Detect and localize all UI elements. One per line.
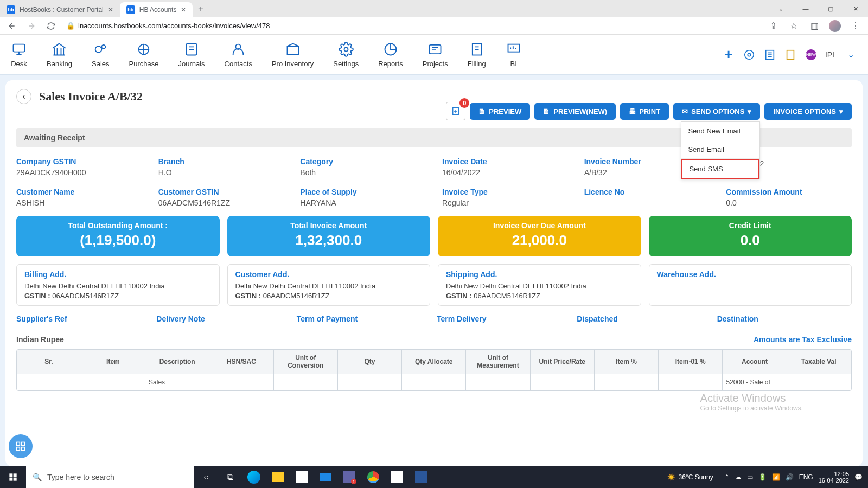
word-icon[interactable] (409, 466, 433, 488)
address-bar: 🔒 inaccounts.hostbooks.com/accounts-book… (0, 17, 868, 35)
new-badge-icon[interactable]: NEW (805, 48, 818, 61)
paint-icon[interactable] (385, 466, 409, 488)
close-icon[interactable]: ✕ (108, 6, 113, 14)
edge-icon[interactable] (242, 466, 266, 488)
sidepanel-icon[interactable]: ▥ (806, 18, 822, 34)
notifications-icon[interactable]: 💬 (854, 473, 863, 481)
url-display[interactable]: 🔒 inaccounts.hostbooks.com/accounts-book… (63, 22, 761, 30)
cortana-icon[interactable]: ○ (194, 466, 218, 488)
menu-icon[interactable]: ⋮ (847, 18, 864, 34)
browser-tab[interactable]: hb HostBooks : Customer Portal ✕ (0, 2, 120, 17)
battery-icon[interactable]: 🔋 (758, 473, 767, 481)
minimize-button[interactable]: — (793, 0, 818, 17)
misc-label: Delivery Note (156, 314, 291, 323)
nav-purchase[interactable]: Purchase (129, 41, 159, 68)
volume-icon[interactable]: 🔊 (786, 473, 794, 481)
address-heading[interactable]: Billing Add. (24, 270, 212, 279)
chevron-down-icon[interactable]: ⌄ (844, 48, 857, 61)
maximize-button[interactable]: ▢ (818, 0, 843, 17)
onedrive-icon[interactable]: ☁ (735, 473, 742, 481)
svg-point-11 (748, 53, 751, 56)
table-header: Qty (337, 350, 401, 374)
explorer-icon[interactable] (266, 466, 290, 488)
nav-reports[interactable]: Reports (378, 41, 403, 68)
table-cell (787, 374, 851, 391)
misc-label: Term of Payment (297, 314, 431, 323)
print-button[interactable]: 🖶 PRINT (620, 103, 669, 120)
svg-rect-17 (22, 442, 25, 446)
nav-desk[interactable]: Desk (11, 41, 27, 68)
close-window-button[interactable]: ✕ (843, 0, 868, 17)
info-cell: CategoryBoth (300, 157, 426, 177)
nav-settings[interactable]: Settings (333, 41, 359, 68)
forward-button[interactable] (24, 18, 39, 34)
gear-icon[interactable] (743, 48, 756, 61)
info-value: HARYANA (300, 198, 426, 207)
taskview-icon[interactable]: ⧉ (218, 466, 242, 488)
teams-icon[interactable]: 1 (337, 466, 361, 488)
search-placeholder: Type here to search (47, 473, 114, 481)
back-circle-button[interactable]: ‹ (16, 89, 31, 104)
back-button[interactable] (4, 18, 20, 34)
nav-proinventory[interactable]: Pro Inventory (272, 41, 314, 68)
meet-icon[interactable]: ▭ (747, 473, 753, 481)
attachment-button[interactable]: 0 (446, 102, 465, 120)
info-value: 29AADCK7940H000 (16, 168, 142, 177)
preview-button[interactable]: 🗎 PREVIEW (470, 103, 530, 120)
clock[interactable]: 12:05 16-04-2022 (819, 471, 849, 484)
tab-title: HB Accounts (139, 6, 177, 14)
nav-projects[interactable]: Projects (423, 41, 448, 68)
new-tab-button[interactable]: ＋ (193, 3, 209, 15)
reload-button[interactable] (43, 18, 59, 34)
nav-banking[interactable]: Banking (47, 41, 72, 68)
notes-icon[interactable] (784, 48, 797, 61)
weather-widget[interactable]: ☀️ 36°C Sunny (667, 473, 713, 481)
invoice-options-button[interactable]: INVOICE OPTIONS ▾ (764, 103, 852, 120)
svg-point-2 (102, 45, 106, 49)
wifi-icon[interactable]: 📶 (772, 473, 780, 481)
address-gstin: GSTIN : 06AADCM5146R1ZZ (446, 292, 633, 300)
browser-tab[interactable]: hb HB Accounts ✕ (120, 2, 193, 17)
summary-value: 0.0 (654, 232, 847, 249)
store-icon[interactable] (290, 466, 314, 488)
chrome-icon[interactable] (361, 466, 385, 488)
nav-sales[interactable]: Sales (92, 41, 110, 68)
svg-rect-10 (508, 44, 519, 52)
table-header: Taxable Val (787, 350, 851, 374)
nav-journals[interactable]: Journals (178, 41, 205, 68)
tray-chevron-icon[interactable]: ⌃ (724, 473, 730, 481)
bi-icon (506, 41, 522, 57)
info-cell: Customer GSTIN06AADCM5146R1ZZ (158, 188, 284, 207)
star-icon[interactable]: ☆ (786, 18, 802, 34)
nav-contacts[interactable]: Contacts (225, 41, 252, 68)
address-heading[interactable]: Shipping Add. (446, 270, 633, 279)
preview-new-button[interactable]: 🗎PREVIEW(NEW) (534, 103, 616, 120)
start-button[interactable] (0, 466, 26, 488)
share-icon[interactable]: ⇪ (765, 18, 781, 34)
chevron-down-icon[interactable]: ⌄ (768, 0, 793, 17)
language-indicator[interactable]: ENG (799, 473, 813, 481)
nav-bi[interactable]: BI (506, 41, 522, 68)
apps-float-button[interactable] (9, 434, 33, 458)
bank-icon (51, 41, 67, 57)
plus-icon[interactable]: + (722, 48, 735, 61)
calc-icon[interactable] (763, 48, 776, 61)
mail-icon[interactable] (314, 466, 337, 488)
svg-point-1 (95, 46, 102, 53)
taskbar-search[interactable]: 🔍 Type here to search (26, 466, 194, 488)
nav-filling[interactable]: Filling (468, 41, 486, 68)
address-box: Billing Add.Delhi New Delhi Central DELH… (16, 264, 220, 306)
close-icon[interactable]: ✕ (181, 6, 186, 14)
menu-send-email[interactable]: Send Email (681, 140, 760, 159)
address-heading[interactable]: Customer Add. (235, 270, 423, 279)
address-heading[interactable]: Warehouse Add. (657, 270, 844, 279)
table-header: Unit Price/Rate (530, 350, 594, 374)
info-label: Licence No (584, 188, 710, 196)
menu-send-sms[interactable]: Send SMS (681, 159, 760, 179)
table-cell (337, 374, 401, 391)
send-options-button[interactable]: ✉ SEND OPTIONS ▾ (673, 103, 760, 120)
svg-rect-0 (14, 44, 25, 52)
profile-avatar[interactable] (827, 18, 843, 34)
info-value: Both (300, 168, 426, 177)
menu-send-new-email[interactable]: Send New Email (681, 122, 760, 140)
